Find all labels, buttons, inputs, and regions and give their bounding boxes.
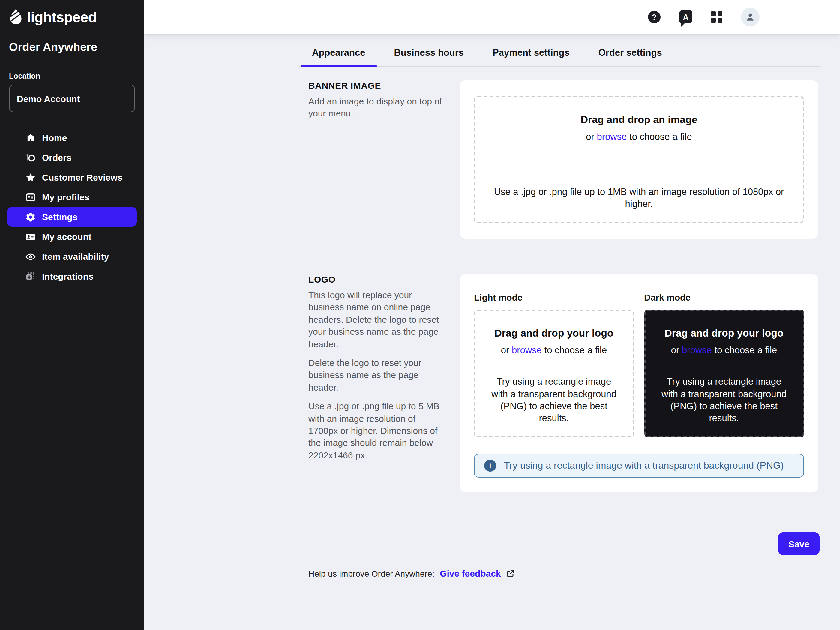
logo-section-paragraph: Use a .jpg or .png file up to 5 MB with … (308, 400, 447, 461)
home-icon (25, 132, 36, 143)
help-icon[interactable]: ? (648, 11, 661, 23)
save-row: Save (144, 532, 819, 555)
banner-section-description: Add an image to display on top of your m… (308, 95, 447, 120)
browse-link[interactable]: browse (682, 345, 712, 355)
feedback-text: Help us improve Order Anywhere: (308, 568, 434, 578)
orders-icon (25, 152, 36, 163)
dropzone-note: Try using a rectangle image with a trans… (487, 376, 621, 424)
lightspeed-logo: lightspeed (9, 8, 144, 27)
sidebar-item-integrations[interactable]: Integrations (7, 267, 137, 286)
topbar: ? A (144, 0, 840, 33)
star-icon (25, 172, 36, 183)
tab-order-settings[interactable]: Order settings (584, 43, 676, 66)
sidebar-item-settings[interactable]: Settings (7, 207, 137, 227)
banner-image-section: BANNER IMAGE Add an image to display on … (308, 81, 818, 239)
integrations-icon (25, 271, 36, 282)
person-icon (745, 11, 756, 22)
logo-section-paragraph: This logo will replace your business nam… (308, 289, 447, 351)
main-area: ? A Appearance Business hours Payment se… (144, 0, 840, 630)
dark-mode-column: Dark mode Drag and drop your logo or bro… (644, 289, 804, 437)
order-anywhere-app: lightspeed Order Anywhere Location Demo … (0, 0, 840, 630)
dropzone-subtitle: or browse to choose a file (671, 345, 777, 356)
location-selector[interactable]: Demo Account (9, 85, 135, 112)
sidebar-item-label: My account (42, 232, 92, 242)
sidebar-item-my-account[interactable]: My account (7, 227, 137, 246)
dropzone-or-text: or (501, 345, 509, 355)
sidebar-item-customer-reviews[interactable]: Customer Reviews (7, 167, 137, 187)
sidebar-item-label: My profiles (42, 192, 89, 202)
dark-mode-label: Dark mode (644, 292, 804, 302)
feedback-row: Help us improve Order Anywhere: Give fee… (308, 568, 840, 578)
info-icon: i (484, 459, 496, 472)
sidebar-item-orders[interactable]: Orders (7, 148, 137, 167)
banner-card: Drag and drop an image or browse to choo… (459, 81, 818, 239)
location-label: Location (9, 72, 135, 81)
logo-section: LOGO This logo will replace your busines… (308, 274, 818, 492)
light-logo-dropzone[interactable]: Drag and drop your logo or browse to cho… (474, 309, 634, 437)
dropzone-title: Drag and drop an image (581, 114, 697, 126)
lightspeed-flame-icon (9, 8, 23, 27)
lightspeed-wordmark: lightspeed (27, 9, 96, 26)
language-icon[interactable]: A (679, 10, 692, 24)
dropzone-choose-text: to choose a file (545, 345, 607, 355)
logo-section-heading: LOGO (308, 274, 447, 284)
sidebar-item-label: Orders (42, 152, 71, 163)
logo-card: Light mode Drag and drop your logo or br… (459, 274, 818, 492)
dropzone-subtitle: or browse to choose a file (501, 345, 607, 356)
browse-link[interactable]: browse (597, 131, 627, 142)
account-card-icon (25, 231, 36, 242)
tab-business-hours[interactable]: Business hours (379, 43, 478, 66)
sidebar-item-label: Integrations (42, 271, 93, 281)
logo-section-paragraph: Delete the logo to reset your business n… (308, 357, 447, 393)
logo-mode-grid: Light mode Drag and drop your logo or br… (474, 289, 804, 437)
logo-section-info: LOGO This logo will replace your busines… (308, 274, 459, 492)
settings-tabbar: Appearance Business hours Payment settin… (298, 33, 819, 66)
dropzone-choose-text: to choose a file (715, 345, 777, 355)
dropzone-subtitle: or browse to choose a file (586, 131, 692, 142)
section-divider (309, 257, 819, 257)
sidebar-item-item-availability[interactable]: Item availability (7, 246, 137, 267)
dropzone-or-text: or (586, 131, 594, 142)
save-button[interactable]: Save (778, 532, 819, 555)
sidebar-nav: Home Orders Customer Reviews (0, 128, 144, 286)
info-banner-text: Try using a rectangle image with a trans… (504, 460, 784, 471)
light-mode-label: Light mode (474, 292, 634, 302)
dropzone-note: Use a .jpg or .png file up to 1MB with a… (487, 186, 791, 210)
eye-icon (25, 251, 36, 262)
sidebar-item-my-profiles[interactable]: My profiles (7, 187, 137, 207)
sidebar-item-label: Item availability (42, 251, 109, 262)
product-title: Order Anywhere (9, 41, 135, 54)
sidebar: lightspeed Order Anywhere Location Demo … (0, 0, 144, 630)
info-banner: i Try using a rectangle image with a tra… (474, 453, 804, 478)
sidebar-item-label: Home (42, 133, 67, 143)
dropzone-choose-text: to choose a file (629, 131, 692, 142)
tab-payment-settings[interactable]: Payment settings (478, 43, 584, 66)
sidebar-item-home[interactable]: Home (7, 128, 137, 148)
banner-section-info: BANNER IMAGE Add an image to display on … (308, 81, 459, 239)
external-link-icon (507, 569, 515, 578)
tab-appearance[interactable]: Appearance (298, 43, 379, 66)
profiles-icon (25, 192, 36, 202)
banner-section-heading: BANNER IMAGE (308, 81, 447, 91)
location-value: Demo Account (17, 93, 80, 104)
give-feedback-link[interactable]: Give feedback (440, 568, 501, 578)
banner-image-dropzone[interactable]: Drag and drop an image or browse to choo… (474, 96, 804, 223)
dropzone-or-text: or (671, 345, 679, 355)
gear-icon (25, 212, 36, 222)
avatar[interactable] (741, 8, 759, 26)
dark-logo-dropzone[interactable]: Drag and drop your logo or browse to cho… (644, 309, 804, 437)
sidebar-item-label: Customer Reviews (42, 172, 122, 182)
dropzone-title: Drag and drop your logo (494, 328, 614, 339)
sidebar-item-label: Settings (42, 212, 77, 222)
browse-link[interactable]: browse (512, 345, 542, 355)
apps-grid-icon[interactable] (711, 11, 722, 22)
dropzone-title: Drag and drop your logo (665, 328, 783, 339)
dropzone-note: Try using a rectangle image with a trans… (657, 376, 791, 424)
light-mode-column: Light mode Drag and drop your logo or br… (474, 289, 634, 437)
